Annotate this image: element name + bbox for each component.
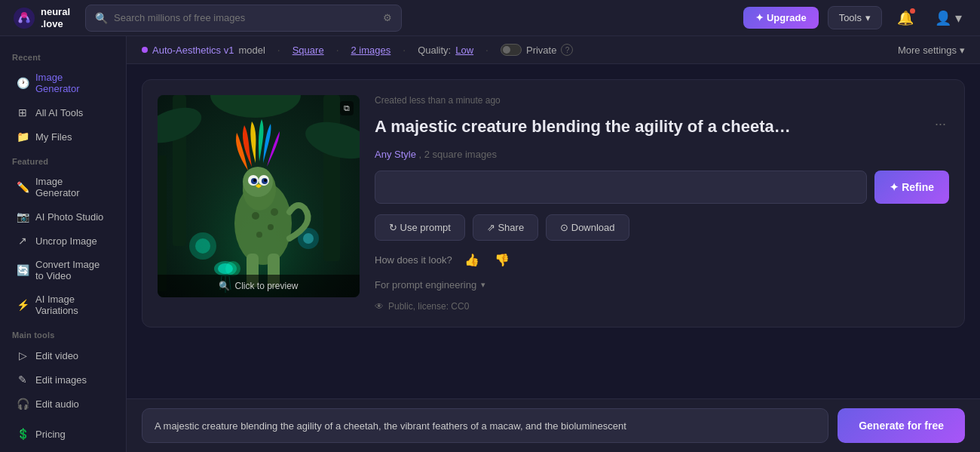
pricing-icon: 💲 — [17, 428, 29, 440]
svg-point-13 — [195, 238, 210, 254]
notification-dot — [910, 8, 915, 14]
sidebar-item-label: Image Generator — [35, 72, 109, 94]
refine-input[interactable] — [375, 171, 867, 204]
sidebar-item-uncrop-image[interactable]: ↗ Uncrop Image — [5, 229, 121, 252]
count-setting[interactable]: 2 images — [351, 45, 391, 56]
svg-point-1 — [21, 12, 27, 18]
sidebar-item-label: All AI Tools — [35, 107, 83, 118]
expand-icon: ↗ — [17, 235, 29, 247]
sidebar-item-ai-image-variations[interactable]: ⚡ AI Image Variations — [5, 288, 121, 321]
sidebar-item-my-files[interactable]: 📁 My Files — [5, 125, 121, 148]
sidebar-item-image-generator-recent[interactable]: 🕐 Image Generator — [5, 66, 121, 100]
svg-point-31 — [264, 179, 267, 182]
search-bar[interactable]: 🔍 ⚙ — [85, 5, 402, 32]
svg-point-20 — [252, 212, 259, 220]
logo-text: neural.love — [41, 6, 70, 29]
quality-value: Low — [455, 45, 473, 56]
prompt-engineering-row[interactable]: For prompt engineering ▾ — [375, 279, 949, 291]
svg-rect-8 — [158, 155, 167, 291]
download-button[interactable]: ⊙ Download — [546, 214, 629, 241]
featured-section-label: Featured — [0, 149, 126, 169]
feedback-row: How does it look? 👍 👎 — [375, 251, 949, 269]
use-prompt-button[interactable]: ↻ Use prompt — [375, 214, 465, 241]
sidebar-item-all-ai-tools[interactable]: ⊞ All AI Tools — [5, 101, 121, 124]
svg-point-21 — [268, 224, 274, 230]
click-to-preview-overlay[interactable]: 🔍 Click to preview — [158, 275, 360, 297]
generate-button[interactable]: Generate for free — [838, 408, 965, 443]
sidebar-item-edit-video[interactable]: ▷ Edit video — [5, 344, 121, 367]
sidebar-item-label: Edit audio — [35, 398, 79, 410]
svg-point-2 — [19, 19, 23, 23]
result-title-text: A majestic creature blending the agility… — [375, 116, 932, 138]
result-subtitle: Any Style , 2 square images — [375, 149, 949, 160]
model-dot — [142, 47, 148, 53]
separator3: · — [403, 44, 406, 56]
action-buttons: ↻ Use prompt ⇗ Share ⊙ Download — [375, 214, 949, 241]
sidebar-item-label: My Files — [35, 131, 72, 143]
sidebar-item-label: Edit video — [35, 350, 78, 361]
prompt-input[interactable] — [142, 408, 828, 443]
sidebar-item-label: Edit images — [35, 374, 87, 386]
help-icon[interactable]: ? — [561, 44, 573, 56]
headphones-icon: 🎧 — [17, 398, 29, 410]
settings-bar: Auto-Aesthetics v1 model · Square · 2 im… — [127, 36, 980, 64]
clock-icon: 🕐 — [17, 77, 29, 89]
camera-icon: 📷 — [17, 211, 29, 223]
separator4: · — [485, 44, 488, 56]
sidebar-item-convert-image-to-video[interactable]: 🔄 Convert Image to Video — [5, 254, 121, 287]
image-preview-container[interactable]: ⧉ 🔍 Click to preview — [158, 95, 360, 297]
folder-icon: 📁 — [17, 131, 29, 143]
tools-button[interactable]: Tools ▾ — [828, 6, 882, 29]
prompt-eng-label: For prompt engineering — [375, 279, 476, 291]
result-menu-button[interactable]: ··· — [932, 116, 949, 132]
private-label: Private — [526, 45, 556, 56]
search-input[interactable] — [114, 12, 377, 23]
private-toggle[interactable] — [501, 44, 522, 56]
quality-prefix: Quality: — [418, 45, 451, 56]
notifications-button[interactable]: 🔔 — [891, 7, 920, 29]
count-label: 2 images — [351, 45, 391, 56]
search-icon: 🔍 — [95, 12, 108, 24]
sidebar-item-pricing[interactable]: 💲 Pricing — [5, 423, 121, 445]
quality-setting[interactable]: Quality: Low — [418, 45, 473, 56]
chevron-down-icon: ▾ — [481, 280, 485, 290]
pen-icon: ✏️ — [17, 181, 29, 193]
private-setting[interactable]: Private ? — [501, 44, 573, 56]
content-area: ⧉ 🔍 Click to preview Created less than a… — [127, 64, 980, 398]
more-settings-button[interactable]: More settings ▾ — [898, 45, 965, 56]
svg-point-33 — [218, 263, 233, 274]
sidebar-item-image-generator[interactable]: ✏️ Image Generator — [5, 171, 121, 204]
svg-point-23 — [271, 208, 278, 216]
any-style-link[interactable]: Any Style — [375, 149, 416, 160]
play-icon: ▷ — [17, 349, 29, 361]
feedback-label: How does it look? — [375, 254, 452, 266]
svg-point-30 — [253, 179, 256, 182]
share-button[interactable]: ⇗ Share — [473, 214, 538, 241]
main-content: Auto-Aesthetics v1 model · Square · 2 im… — [127, 36, 980, 452]
subtitle-suffix: , 2 square images — [419, 149, 497, 160]
result-meta: Created less than a minute ago — [375, 95, 949, 106]
sidebar-item-edit-images[interactable]: ✎ Edit images — [5, 368, 121, 391]
separator1: · — [277, 44, 280, 56]
shape-setting[interactable]: Square — [292, 45, 324, 56]
grid-icon: ⊞ — [17, 106, 29, 118]
model-setting[interactable]: Auto-Aesthetics v1 model — [142, 45, 265, 56]
separator2: · — [336, 44, 339, 56]
refine-button[interactable]: ✦ Refine — [874, 171, 949, 204]
sidebar-item-label: Convert Image to Video — [35, 259, 109, 281]
result-title: A majestic creature blending the agility… — [375, 116, 949, 138]
filter-icon[interactable]: ⚙ — [383, 12, 392, 23]
convert-icon: 🔄 — [17, 264, 29, 276]
thumbup-button[interactable]: 👍 — [461, 251, 482, 269]
user-menu-button[interactable]: 👤 ▾ — [929, 7, 968, 29]
upgrade-button[interactable]: ✦ Upgrade — [743, 7, 818, 29]
sidebar-item-edit-audio[interactable]: 🎧 Edit audio — [5, 392, 121, 415]
sidebar-item-label: Pricing — [35, 429, 66, 440]
recent-section-label: Recent — [0, 45, 126, 65]
svg-point-3 — [26, 19, 30, 23]
sidebar: Recent 🕐 Image Generator ⊞ All AI Tools … — [0, 36, 127, 452]
body-layout: Recent 🕐 Image Generator ⊞ All AI Tools … — [0, 36, 980, 452]
preview-label: Click to preview — [234, 281, 298, 291]
sidebar-item-ai-photo-studio[interactable]: 📷 AI Photo Studio — [5, 205, 121, 228]
thumbdown-button[interactable]: 👎 — [492, 251, 513, 269]
